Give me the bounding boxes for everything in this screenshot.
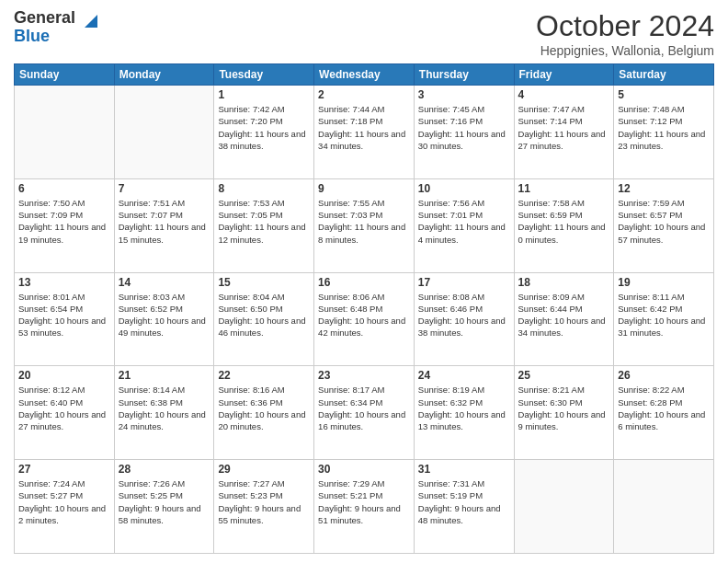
day-info: Sunrise: 8:19 AMSunset: 6:32 PMDaylight:…: [418, 384, 510, 432]
sunrise-text: Sunrise: 8:03 AM: [119, 292, 185, 302]
location-title: Heppignies, Wallonia, Belgium: [536, 43, 714, 58]
daylight-text: Daylight: 10 hours and 13 minutes.: [418, 409, 506, 431]
daylight-text: Daylight: 11 hours and 23 minutes.: [618, 129, 705, 151]
sunrise-text: Sunrise: 7:31 AM: [418, 478, 484, 488]
day-number: 6: [18, 182, 110, 195]
sunrise-text: Sunrise: 7:24 AM: [18, 478, 85, 488]
day-number: 16: [318, 276, 410, 289]
calendar-cell: 20Sunrise: 8:12 AMSunset: 6:40 PMDayligh…: [15, 366, 115, 460]
calendar-week-row: 20Sunrise: 8:12 AMSunset: 6:40 PMDayligh…: [15, 366, 714, 460]
day-info: Sunrise: 8:12 AMSunset: 6:40 PMDaylight:…: [18, 384, 110, 432]
day-info: Sunrise: 7:48 AMSunset: 7:12 PMDaylight:…: [618, 103, 710, 152]
calendar-cell: [514, 460, 614, 554]
day-number: 25: [518, 369, 610, 382]
day-info: Sunrise: 7:51 AMSunset: 7:07 PMDaylight:…: [119, 197, 210, 246]
day-number: 2: [318, 88, 410, 101]
calendar-cell: 1Sunrise: 7:42 AMSunset: 7:20 PMDaylight…: [214, 86, 314, 179]
daylight-text: Daylight: 11 hours and 30 minutes.: [418, 129, 506, 151]
column-header-sunday: Sunday: [15, 64, 115, 86]
sunrise-text: Sunrise: 8:12 AM: [18, 385, 85, 395]
column-header-friday: Friday: [514, 64, 614, 86]
daylight-text: Daylight: 11 hours and 12 minutes.: [218, 222, 305, 244]
daylight-text: Daylight: 11 hours and 4 minutes.: [418, 222, 506, 244]
sunset-text: Sunset: 6:54 PM: [18, 304, 83, 314]
sunrise-text: Sunrise: 7:45 AM: [418, 104, 484, 114]
day-number: 20: [18, 369, 110, 382]
day-info: Sunrise: 7:31 AMSunset: 5:19 PMDaylight:…: [418, 477, 510, 526]
sunrise-text: Sunrise: 7:29 AM: [318, 478, 384, 488]
calendar-cell: 11Sunrise: 7:58 AMSunset: 6:59 PMDayligh…: [514, 178, 614, 272]
sunset-text: Sunset: 6:59 PM: [518, 210, 583, 220]
daylight-text: Daylight: 9 hours and 58 minutes.: [119, 503, 201, 525]
calendar-cell: 23Sunrise: 8:17 AMSunset: 6:34 PMDayligh…: [314, 366, 415, 460]
sunrise-text: Sunrise: 8:19 AM: [418, 385, 484, 395]
sunrise-text: Sunrise: 8:04 AM: [218, 292, 284, 302]
calendar-cell: 12Sunrise: 7:59 AMSunset: 6:57 PMDayligh…: [614, 178, 714, 272]
day-info: Sunrise: 8:06 AMSunset: 6:48 PMDaylight:…: [318, 291, 410, 339]
sunrise-text: Sunrise: 8:11 AM: [618, 292, 684, 302]
day-number: 21: [119, 369, 210, 382]
day-number: 5: [618, 88, 710, 101]
calendar-cell: 6Sunrise: 7:50 AMSunset: 7:09 PMDaylight…: [15, 178, 115, 272]
sunrise-text: Sunrise: 7:51 AM: [119, 198, 185, 208]
day-info: Sunrise: 7:24 AMSunset: 5:27 PMDaylight:…: [18, 477, 110, 526]
calendar-header-row: SundayMondayTuesdayWednesdayThursdayFrid…: [15, 64, 714, 86]
day-info: Sunrise: 7:42 AMSunset: 7:20 PMDaylight:…: [218, 103, 310, 152]
sunrise-text: Sunrise: 8:22 AM: [618, 385, 684, 395]
calendar-cell: 7Sunrise: 7:51 AMSunset: 7:07 PMDaylight…: [114, 178, 214, 272]
header: General Blue October 2024 Heppignies, Wa…: [14, 9, 714, 58]
calendar-cell: 5Sunrise: 7:48 AMSunset: 7:12 PMDaylight…: [614, 86, 714, 179]
column-header-thursday: Thursday: [414, 64, 514, 86]
calendar-cell: 10Sunrise: 7:56 AMSunset: 7:01 PMDayligh…: [414, 178, 514, 272]
svg-marker-0: [85, 15, 97, 28]
calendar-cell: 25Sunrise: 8:21 AMSunset: 6:30 PMDayligh…: [514, 366, 614, 460]
calendar-cell: 3Sunrise: 7:45 AMSunset: 7:16 PMDaylight…: [414, 86, 514, 179]
month-title: October 2024: [536, 9, 714, 43]
day-number: 31: [418, 463, 510, 476]
calendar-cell: [614, 460, 714, 554]
day-info: Sunrise: 8:14 AMSunset: 6:38 PMDaylight:…: [119, 384, 210, 432]
day-number: 12: [618, 182, 710, 195]
page: General Blue October 2024 Heppignies, Wa…: [0, 0, 728, 563]
calendar-cell: 27Sunrise: 7:24 AMSunset: 5:27 PMDayligh…: [15, 460, 115, 554]
calendar-cell: 15Sunrise: 8:04 AMSunset: 6:50 PMDayligh…: [214, 272, 314, 366]
calendar-cell: 22Sunrise: 8:16 AMSunset: 6:36 PMDayligh…: [214, 366, 314, 460]
calendar-cell: 28Sunrise: 7:26 AMSunset: 5:25 PMDayligh…: [114, 460, 214, 554]
daylight-text: Daylight: 11 hours and 38 minutes.: [218, 129, 305, 151]
sunrise-text: Sunrise: 7:50 AM: [18, 198, 85, 208]
daylight-text: Daylight: 10 hours and 6 minutes.: [618, 409, 705, 431]
sunset-text: Sunset: 7:20 PM: [218, 116, 282, 126]
sunset-text: Sunset: 6:36 PM: [218, 397, 282, 408]
day-info: Sunrise: 8:21 AMSunset: 6:30 PMDaylight:…: [518, 384, 610, 432]
day-number: 30: [318, 463, 410, 476]
sunset-text: Sunset: 6:46 PM: [418, 304, 483, 314]
calendar-cell: 26Sunrise: 8:22 AMSunset: 6:28 PMDayligh…: [614, 366, 714, 460]
calendar-cell: [114, 86, 214, 179]
sunset-text: Sunset: 6:40 PM: [18, 397, 83, 408]
sunrise-text: Sunrise: 8:17 AM: [318, 385, 384, 395]
sunset-text: Sunset: 6:50 PM: [218, 304, 282, 314]
calendar-week-row: 27Sunrise: 7:24 AMSunset: 5:27 PMDayligh…: [15, 460, 714, 554]
day-info: Sunrise: 7:45 AMSunset: 7:16 PMDaylight:…: [418, 103, 510, 152]
sunrise-text: Sunrise: 8:08 AM: [418, 292, 484, 302]
sunset-text: Sunset: 7:14 PM: [518, 116, 583, 126]
calendar-week-row: 6Sunrise: 7:50 AMSunset: 7:09 PMDaylight…: [15, 178, 714, 272]
day-number: 10: [418, 182, 510, 195]
sunset-text: Sunset: 6:44 PM: [518, 304, 583, 314]
daylight-text: Daylight: 10 hours and 9 minutes.: [518, 409, 606, 431]
day-info: Sunrise: 7:55 AMSunset: 7:03 PMDaylight:…: [318, 197, 410, 246]
day-number: 23: [318, 369, 410, 382]
day-info: Sunrise: 8:11 AMSunset: 6:42 PMDaylight:…: [618, 291, 710, 339]
sunrise-text: Sunrise: 8:06 AM: [318, 292, 384, 302]
logo-triangle-icon: [81, 11, 97, 28]
day-number: 15: [218, 276, 310, 289]
daylight-text: Daylight: 11 hours and 19 minutes.: [18, 222, 106, 244]
daylight-text: Daylight: 10 hours and 16 minutes.: [318, 409, 405, 431]
daylight-text: Daylight: 11 hours and 8 minutes.: [318, 222, 405, 244]
calendar-cell: 9Sunrise: 7:55 AMSunset: 7:03 PMDaylight…: [314, 178, 415, 272]
daylight-text: Daylight: 10 hours and 38 minutes.: [418, 316, 506, 338]
calendar-cell: 21Sunrise: 8:14 AMSunset: 6:38 PMDayligh…: [114, 366, 214, 460]
daylight-text: Daylight: 10 hours and 27 minutes.: [18, 409, 106, 431]
day-number: 3: [418, 88, 510, 101]
column-header-tuesday: Tuesday: [214, 64, 314, 86]
